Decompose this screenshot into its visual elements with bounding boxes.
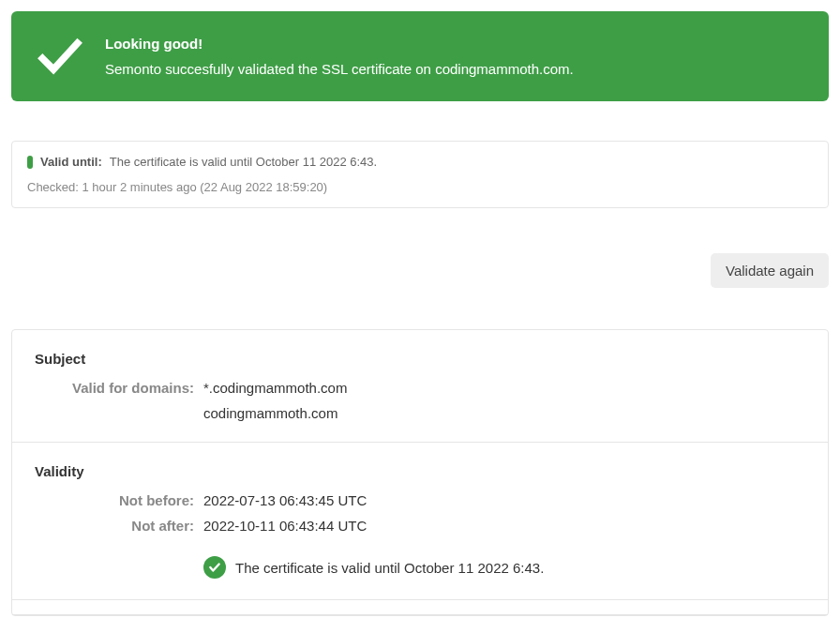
- not-before-label: Not before:: [35, 492, 203, 508]
- valid-for-domains-value: *.codingmammoth.com codingmammoth.com: [203, 380, 347, 421]
- checkmark-icon: [34, 30, 86, 83]
- validate-again-button[interactable]: Validate again: [711, 253, 829, 288]
- section-divider: [12, 600, 828, 615]
- valid-until-value: The certificate is valid until October 1…: [110, 155, 377, 169]
- info-card: Valid until: The certificate is valid un…: [11, 141, 829, 208]
- checked-timestamp: Checked: 1 hour 2 minutes ago (22 Aug 20…: [27, 180, 813, 194]
- not-after-value: 2022-10-11 06:43:44 UTC: [203, 518, 367, 534]
- success-banner: Looking good! Semonto succesfully valida…: [11, 11, 829, 101]
- valid-for-domains-label: Valid for domains:: [35, 380, 203, 396]
- domain-entry: codingmammoth.com: [203, 405, 347, 421]
- check-circle-icon: [203, 556, 226, 579]
- status-indicator-icon: [27, 156, 33, 169]
- valid-until-label: Valid until:: [40, 155, 102, 169]
- subject-heading: Subject: [35, 351, 805, 367]
- banner-title: Looking good!: [105, 36, 574, 52]
- validity-message: The certificate is valid until October 1…: [235, 560, 544, 576]
- domain-entry: *.codingmammoth.com: [203, 380, 347, 396]
- validity-section: Validity Not before: 2022-07-13 06:43:45…: [12, 443, 828, 600]
- not-after-label: Not after:: [35, 518, 203, 534]
- certificate-details: Subject Valid for domains: *.codingmammo…: [11, 329, 829, 616]
- not-before-value: 2022-07-13 06:43:45 UTC: [203, 492, 367, 508]
- banner-body: Semonto succesfully validated the SSL ce…: [105, 61, 574, 77]
- subject-section: Subject Valid for domains: *.codingmammo…: [12, 330, 828, 443]
- validity-heading: Validity: [35, 463, 805, 479]
